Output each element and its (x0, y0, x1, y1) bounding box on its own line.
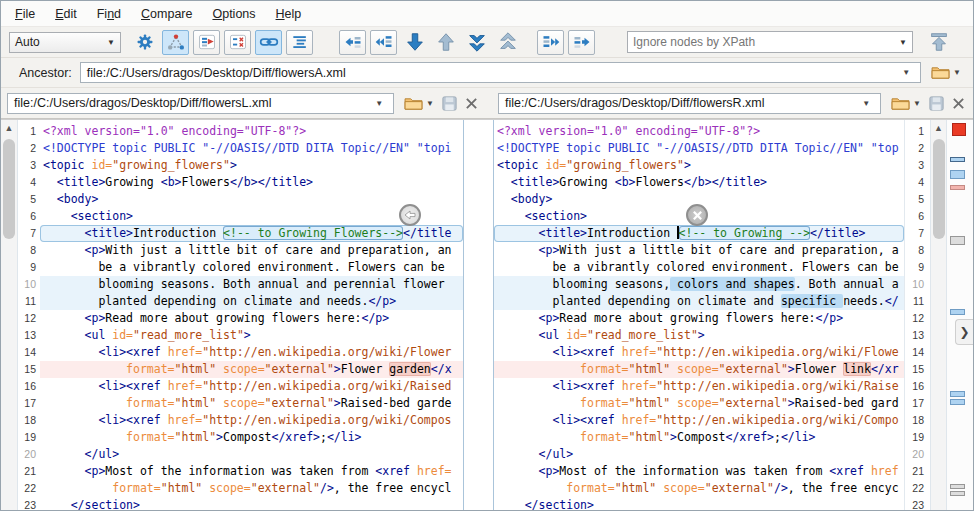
synchronized-scrolling-toggle[interactable] (255, 30, 282, 55)
code-token: format= (43, 430, 175, 444)
code-token: "external" (265, 396, 334, 410)
menu-edit[interactable]: Edit (45, 2, 87, 26)
code-token: <p> (497, 311, 559, 325)
chevron-down-icon[interactable]: ▼ (913, 99, 921, 108)
xpath-placeholder: Ignore nodes by XPath (633, 35, 755, 49)
code-token: </x (431, 362, 452, 376)
right-scrollbar[interactable]: ▲ (930, 120, 947, 511)
ancestor-path-combo[interactable]: file:/C:/Users/dragos/Desktop/Diff/flowe… (80, 62, 921, 83)
go-first-change-icon (928, 31, 950, 53)
menu-find[interactable]: Find (87, 2, 131, 26)
code-token: <topic (43, 158, 91, 172)
three-way-compare-toggle[interactable] (162, 30, 189, 55)
left-scrollbar[interactable]: ▲ (1, 120, 18, 511)
diff-marker-gray[interactable] (950, 236, 965, 245)
code-token: > (670, 430, 677, 444)
code-line: <title>Introduction <!-- to Growing Flow… (40, 225, 463, 242)
reject-change-button[interactable] (686, 204, 708, 226)
copy-change-right-button[interactable] (568, 30, 595, 55)
chevron-down-icon[interactable]: ▼ (426, 99, 434, 108)
code-token: <title> (43, 175, 105, 189)
copy-change-to-left-button[interactable] (399, 204, 421, 226)
code-line: <!DOCTYPE topic PUBLIC "-//OASIS//DTD DI… (494, 140, 904, 157)
scroll-up-icon[interactable]: ▲ (931, 120, 946, 136)
code-line: </ul> (494, 446, 904, 463)
code-token: be a vibrantly colored environment. Flow… (43, 260, 445, 274)
scroll-up-icon[interactable]: ▲ (1, 120, 17, 136)
code-token: "html" (175, 430, 217, 444)
chevron-down-icon[interactable]: ▼ (953, 68, 961, 77)
diff-marker-gray[interactable] (950, 491, 965, 496)
copy-all-left-button[interactable] (370, 30, 397, 55)
code-token: With just a little bit of care and prepa… (105, 243, 451, 257)
left-file-combo[interactable]: file:/C:/Users/dragos/Desktop/Diff/flowe… (7, 93, 394, 114)
save-button[interactable] (438, 93, 460, 113)
code-token: <li><xref (43, 379, 168, 393)
code-token: </p> (816, 311, 844, 325)
code-line: format="html">Compost</xref>;</li> (40, 429, 463, 446)
code-token: "html" (175, 396, 217, 410)
chevron-down-icon: ▼ (101, 38, 115, 47)
diff-marker-blueD[interactable] (950, 157, 965, 162)
menu-options[interactable]: Options (202, 2, 265, 26)
save-button[interactable] (925, 93, 947, 113)
line-number: 6 (18, 208, 36, 225)
copy-change-left-button[interactable] (339, 30, 366, 55)
first-difference-button[interactable] (494, 30, 521, 55)
code-token: Flowers (635, 175, 683, 189)
line-number: 6 (905, 208, 924, 225)
format-indent-button[interactable] (286, 30, 313, 55)
diff-marker-pink[interactable] (950, 185, 965, 190)
ancestor-label: Ancestor: (19, 66, 72, 80)
diff-marker-gray[interactable] (950, 484, 965, 489)
code-line: </section> (494, 497, 904, 511)
open-folder-button[interactable] (402, 93, 424, 113)
algorithm-select[interactable]: Auto ▼ (9, 32, 121, 53)
expand-panel-button[interactable]: ❯ (955, 319, 973, 345)
code-token: /> (774, 481, 788, 495)
close-icon[interactable] (947, 93, 969, 113)
menu-file[interactable]: File (5, 2, 45, 26)
scrollbar-thumb[interactable] (3, 139, 15, 239)
open-folder-button[interactable] (889, 93, 911, 113)
menu-help[interactable]: Help (266, 2, 312, 26)
line-number: 17 (905, 395, 924, 412)
line-number: 13 (18, 327, 36, 344)
code-token: href= (168, 413, 203, 427)
line-number: 20 (18, 446, 36, 463)
chevron-down-icon: ▼ (375, 99, 383, 108)
code-token: , the free encyc (788, 481, 899, 495)
code-token: scope= (216, 362, 264, 376)
code-token: <body> (497, 192, 552, 206)
diff-marker-blue[interactable] (950, 391, 965, 397)
ignore-nodes-button[interactable] (224, 30, 251, 55)
diff-marker-blue[interactable] (950, 309, 965, 315)
previous-difference-button[interactable] (432, 30, 459, 55)
next-difference-button[interactable] (401, 30, 428, 55)
diff-marker-blue[interactable] (950, 170, 965, 179)
show-flagged-differences-button[interactable] (193, 30, 220, 55)
diff-marker-blue[interactable] (950, 399, 965, 405)
code-token: scope= (656, 481, 704, 495)
right-code-editor[interactable]: <?xml version="1.0" encoding="UTF-8"?><!… (494, 120, 904, 511)
code-line: <li><xref href="http://en.wikipedia.org/… (40, 378, 463, 395)
diff-marker-red[interactable] (952, 123, 966, 136)
line-number: 4 (18, 174, 36, 191)
code-token: </li> (781, 430, 816, 444)
line-number: 7 (905, 225, 924, 242)
right-file-combo[interactable]: file:/C:/Users/dragos/Desktop/Diff/flowe… (498, 93, 881, 114)
code-token: "external" (719, 396, 788, 410)
scrollbar-thumb[interactable] (933, 139, 945, 239)
open-folder-button[interactable] (929, 63, 951, 83)
copy-all-right-button[interactable] (537, 30, 564, 55)
menu-compare[interactable]: Compare (131, 2, 202, 26)
code-token: href= (622, 379, 657, 393)
go-first-change-button[interactable] (925, 30, 952, 55)
xpath-ignore-combo[interactable]: Ignore nodes by XPath ▼ (627, 31, 913, 53)
code-token: ; (774, 430, 781, 444)
close-icon[interactable] (460, 93, 482, 113)
copy-all-right-icon (541, 32, 561, 52)
left-code-editor[interactable]: <?xml version="1.0" encoding="UTF-8"?><!… (40, 120, 463, 511)
settings-button[interactable] (131, 30, 158, 55)
last-difference-button[interactable] (463, 30, 490, 55)
